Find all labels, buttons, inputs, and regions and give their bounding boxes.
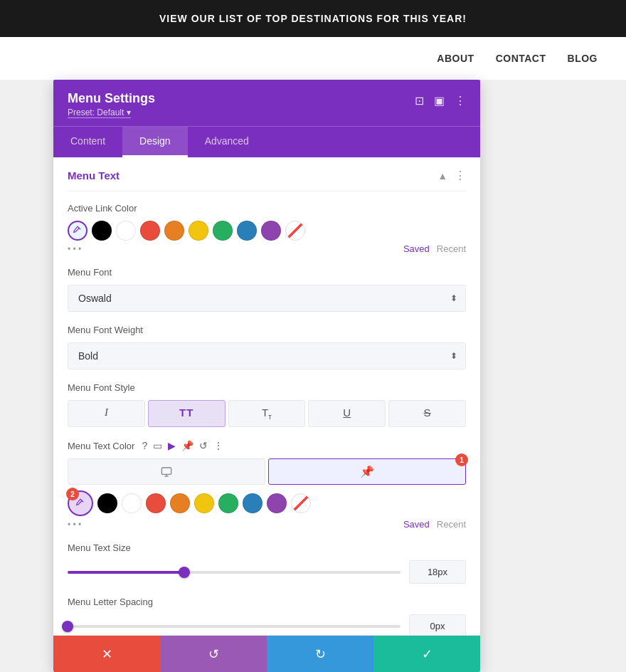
menu-text-size-slider[interactable] [68, 571, 400, 574]
refresh-icon[interactable]: ↺ [199, 440, 208, 451]
menu-letter-spacing-slider[interactable] [68, 625, 400, 628]
section-header-right: ▲ ⋮ [437, 169, 466, 182]
active-link-color-swatches [68, 221, 466, 241]
font-style-italic[interactable]: I [68, 400, 145, 427]
color-swatch-orange[interactable] [164, 221, 184, 241]
menu-font-label: Menu Font [68, 267, 466, 278]
reset-button[interactable]: ↺ [160, 636, 267, 672]
color-swatch-green[interactable] [213, 221, 233, 241]
top-bar: VIEW OUR LIST OF TOP DESTINATIONS FOR TH… [0, 0, 626, 37]
device-tab-desktop[interactable] [68, 458, 265, 485]
tab-design[interactable]: Design [122, 127, 188, 157]
cancel-button[interactable]: ✕ [53, 636, 160, 672]
eyedropper-badge: 2 [66, 488, 79, 500]
menu-font-select[interactable]: Oswald Arial Georgia [68, 285, 466, 312]
menu-font-weight-label: Menu Font Weight [68, 325, 466, 335]
color-swatch-white[interactable] [116, 221, 136, 241]
field-active-link-color: Active Link Color • • • [68, 203, 466, 254]
svg-rect-1 [161, 468, 171, 474]
active-link-color-label: Active Link Color [68, 203, 466, 214]
more-icon[interactable]: ⋮ [455, 94, 466, 107]
panel-header-actions: ⊡ ▣ ⋮ [415, 94, 466, 107]
device-tab-pin[interactable]: 📌 1 [268, 458, 466, 485]
menu-font-style-label: Menu Font Style [68, 382, 466, 393]
tab-advanced[interactable]: Advanced [188, 127, 266, 157]
slider-track-size [68, 571, 400, 574]
font-style-strikethrough[interactable]: S [388, 400, 466, 427]
field-menu-font: Menu Font Oswald Arial Georgia ⬍ [68, 267, 466, 312]
menu-text-size-input[interactable] [409, 560, 466, 584]
text-color-green[interactable] [218, 493, 238, 513]
settings-panel: Menu Settings Preset: Default ▾ ⊡ ▣ ⋮ Co… [53, 80, 480, 672]
panel-header: Menu Settings Preset: Default ▾ ⊡ ▣ ⋮ [53, 80, 480, 126]
tab-content[interactable]: Content [53, 127, 122, 157]
swatch-more-dots[interactable]: • • • [68, 244, 81, 254]
text-color-eyedropper[interactable]: 2 [68, 490, 93, 516]
slider-fill-size [68, 571, 184, 574]
section-more-icon[interactable]: ⋮ [455, 169, 466, 182]
panel-header-left: Menu Settings Preset: Default ▾ [68, 91, 155, 117]
dots-icon[interactable]: ⋮ [213, 440, 223, 451]
swatch-links-1: Saved Recent [403, 243, 466, 254]
swatch-recent-link-2[interactable]: Recent [437, 519, 466, 530]
menu-letter-spacing-slider-row [68, 614, 466, 635]
slider-track-spacing [68, 625, 400, 628]
nav-item-blog[interactable]: BLOG [568, 53, 598, 64]
device-icon[interactable]: ▭ [153, 440, 162, 451]
menu-letter-spacing-input[interactable] [409, 614, 466, 635]
field-menu-text-size: Menu Text Size [68, 542, 466, 584]
responsive-icon[interactable]: ⊡ [415, 94, 424, 107]
panel-tabs: Content Design Advanced [53, 126, 480, 157]
menu-font-weight-select[interactable]: Bold Normal Light [68, 342, 466, 369]
color-swatch-black[interactable] [92, 221, 112, 241]
swatch-saved-link-2[interactable]: Saved [403, 519, 430, 530]
top-bar-text: VIEW OUR LIST OF TOP DESTINATIONS FOR TH… [159, 13, 467, 24]
save-button[interactable]: ✓ [373, 636, 480, 672]
swatch-saved-link[interactable]: Saved [403, 243, 430, 254]
panel-preset[interactable]: Preset: Default ▾ [68, 107, 155, 117]
swatch-more-dots-2[interactable]: • • • [68, 520, 81, 530]
text-color-blue[interactable] [243, 493, 262, 513]
pin-icon[interactable]: 📌 [181, 440, 193, 451]
color-swatch-none[interactable] [285, 221, 305, 241]
color-swatch-blue[interactable] [237, 221, 257, 241]
swatch-row-bottom-2: • • • Saved Recent [68, 519, 466, 530]
font-style-buttons: I TT Tт U S [68, 400, 466, 427]
field-menu-font-style: Menu Font Style I TT Tт U S [68, 382, 466, 427]
help-icon[interactable]: ? [142, 440, 147, 451]
panel-footer: ✕ ↺ ↻ ✓ [53, 635, 480, 672]
slider-thumb-size[interactable] [179, 567, 190, 578]
device-tabs: 📌 1 [68, 458, 466, 485]
text-color-none[interactable] [291, 493, 311, 513]
slider-thumb-spacing[interactable] [62, 621, 73, 632]
panel-title: Menu Settings [68, 91, 155, 106]
section-collapse-icon[interactable]: ▲ [437, 170, 447, 182]
cursor-icon[interactable]: ▶ [168, 440, 176, 451]
color-swatch-purple[interactable] [261, 221, 281, 241]
panel-body: Menu Text ▲ ⋮ Active Link Color [53, 157, 480, 635]
font-style-capitalize[interactable]: Tт [228, 400, 306, 427]
text-color-black[interactable] [97, 493, 117, 513]
text-color-red[interactable] [146, 493, 166, 513]
menu-text-size-label: Menu Text Size [68, 542, 466, 553]
redo-button[interactable]: ↻ [267, 636, 373, 672]
color-swatch-yellow[interactable] [189, 221, 208, 241]
nav-bar: ABOUT CONTACT BLOG [0, 37, 626, 80]
nav-item-about[interactable]: ABOUT [437, 53, 474, 64]
eyedropper-swatch[interactable] [68, 221, 87, 241]
font-style-uppercase[interactable]: TT [148, 400, 226, 427]
field-menu-font-weight: Menu Font Weight Bold Normal Light ⬍ [68, 325, 466, 369]
content-area: Menu Settings Preset: Default ▾ ⊡ ▣ ⋮ Co… [0, 80, 626, 672]
svg-line-4 [82, 500, 83, 502]
text-color-white[interactable] [122, 493, 142, 513]
menu-font-select-wrapper: Oswald Arial Georgia ⬍ [68, 285, 466, 312]
text-color-purple[interactable] [267, 493, 287, 513]
font-style-underline[interactable]: U [308, 400, 386, 427]
expand-icon[interactable]: ▣ [434, 94, 445, 107]
text-color-yellow[interactable] [194, 493, 214, 513]
nav-item-contact[interactable]: CONTACT [496, 53, 546, 64]
menu-font-weight-select-wrapper: Bold Normal Light ⬍ [68, 342, 466, 369]
swatch-recent-link[interactable]: Recent [437, 243, 466, 254]
color-swatch-red[interactable] [140, 221, 160, 241]
text-color-orange[interactable] [170, 493, 190, 513]
